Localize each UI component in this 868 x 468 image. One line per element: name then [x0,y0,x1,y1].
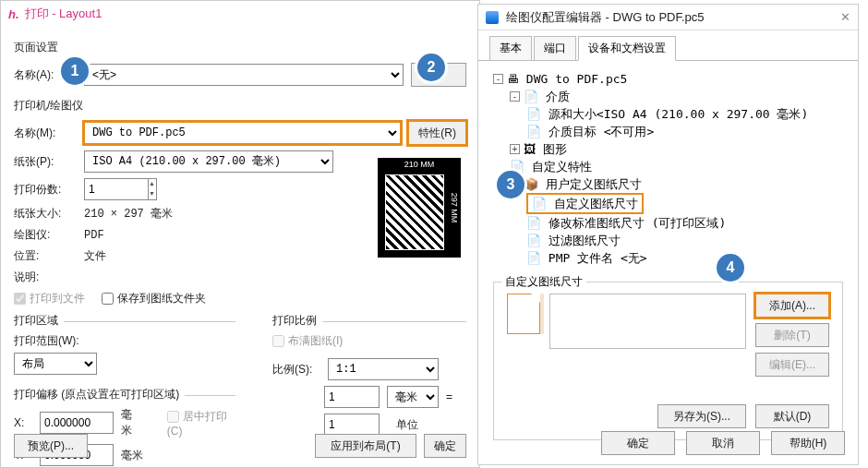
label-copies: 打印份数: [14,182,77,198]
tree-root[interactable]: DWG to PDF.pc5 [526,72,628,86]
callout-badge-3: 3 [497,171,524,198]
preview-width: 210 MM [404,160,435,169]
value-plotter: PDF [84,229,104,242]
cancel-button[interactable]: 取消 [686,431,760,455]
ratio-select[interactable]: 1:1 [328,358,439,380]
custom-paper-panel: 自定义图纸尺寸 添加(A)... 删除(T) 编辑(E)... 另存为(S)..… [493,282,843,440]
value-paper-size: 210 × 297 毫米 [84,206,173,222]
save-to-folder-checkbox[interactable]: 保存到图纸文件夹 [102,291,206,306]
label-ratio: 比例(S): [272,362,320,378]
close-icon[interactable]: ✕ [840,10,850,24]
delete-button[interactable]: 删除(T) [755,323,829,347]
tree-media-dst[interactable]: 介质目标 <不可用> [549,125,654,138]
properties-button[interactable]: 特性(R) [408,121,466,145]
paper-thumb-icon [507,294,540,334]
label-plotter: 绘图仪: [14,227,77,243]
callout-badge-1: 1 [61,57,89,85]
help-button[interactable]: 帮助(H) [771,431,845,455]
tab-port[interactable]: 端口 [534,36,576,60]
copies-input[interactable] [84,178,149,200]
equals-sign: = [446,390,452,403]
tree-media[interactable]: 介质 [546,90,570,103]
callout-badge-2: 2 [417,54,445,81]
tree-media-src[interactable]: 源和大小<ISO A4 (210.00 x 297.00 毫米) [549,107,809,121]
tree-pmp[interactable]: PMP 文件名 <无> [549,251,647,265]
value-location: 文件 [84,248,106,264]
panel-title: 自定义图纸尺寸 [501,274,586,290]
tab-basic[interactable]: 基本 [489,36,532,60]
label-location: 位置: [14,248,77,264]
callout-badge-4: 4 [717,254,744,282]
paper-preview: 210 MM 297 MM [378,158,461,258]
titlebar-plotter: 绘图仪配置编辑器 - DWG to PDF.pc5 ✕ [478,5,858,30]
preview-button[interactable]: 预览(P)... [14,434,88,458]
offset-x-input[interactable] [40,412,114,434]
edit-button[interactable]: 编辑(E)... [755,353,829,377]
config-tree[interactable]: -🖶 DWG to PDF.pc5 -📄 介质 📄 源和大小<ISO A4 (2… [478,61,858,270]
ratio-unit-select[interactable]: 毫米 [387,386,439,408]
label-paper-size: 纸张大小: [14,206,77,222]
label-desc: 说明: [14,270,77,285]
default-button[interactable]: 默认(D) [755,404,829,428]
section-scale: 打印比例 [272,313,322,329]
section-printer: 打印机/绘图仪 [14,98,466,114]
tree-filter-paper[interactable]: 过滤图纸尺寸 [549,234,621,247]
paper-select[interactable]: ISO A4 (210.00 x 297.00 毫米) [84,150,333,173]
tree-custom-props[interactable]: 自定义特性 [532,160,592,174]
window-icon [486,11,499,24]
paper-list[interactable] [549,294,746,349]
tree-graphics[interactable]: 图形 [543,142,567,156]
ok-button-print[interactable]: 确定 [424,434,466,458]
label-name-m: 名称(M): [14,126,77,141]
fit-paper-checkbox[interactable]: 布满图纸(I) [272,333,466,349]
print-to-file-checkbox[interactable]: 打印到文件 [14,291,85,306]
app-logo-icon: h. [8,7,19,21]
tab-strip: 基本 端口 设备和文档设置 [478,30,858,61]
plotter-window-title: 绘图仪配置编辑器 - DWG to PDF.pc5 [506,9,840,26]
preview-height: 297 MM [450,193,459,223]
center-print-checkbox[interactable]: 居中打印(C) [167,409,235,438]
label-range: 打印范围(W): [14,333,235,349]
section-page-setup: 页面设置 [14,40,466,55]
tree-user-paper[interactable]: 用户定义图纸尺寸 [546,177,642,191]
apply-to-layout-button[interactable]: 应用到布局(T) [315,434,416,458]
ok-button[interactable]: 确定 [601,431,675,455]
ratio-denominator-input[interactable] [324,414,380,436]
section-print-area: 打印区域 [14,313,64,329]
ratio-numerator-input[interactable] [324,386,380,408]
section-offset: 打印偏移 (原点设置在可打印区域) [14,387,185,402]
printer-name-select[interactable]: DWG to PDF.pc5 [84,122,401,144]
add-button[interactable]: 添加(A)... [755,294,829,318]
tree-custom-paper[interactable]: 自定义图纸尺寸 [554,197,638,210]
plotter-config-dialog: 绘图仪配置编辑器 - DWG to PDF.pc5 ✕ 基本 端口 设备和文档设… [477,4,859,465]
copies-stepper[interactable]: ▲▼ [84,178,157,200]
titlebar: h. 打印 - Layout1 [1,1,479,27]
label-x: X: [14,416,32,429]
tree-modify-std[interactable]: 修改标准图纸尺寸 (可打印区域) [549,216,726,230]
save-as-button[interactable]: 另存为(S)... [657,404,746,428]
tab-devdoc[interactable]: 设备和文档设置 [578,36,676,61]
range-select[interactable]: 布局 [14,353,97,375]
label-paper: 纸张(P): [14,154,77,170]
label-unit: 单位 [396,417,418,433]
page-setup-name-select[interactable]: <无> [84,64,404,86]
window-title: 打印 - Layout1 [25,6,472,22]
